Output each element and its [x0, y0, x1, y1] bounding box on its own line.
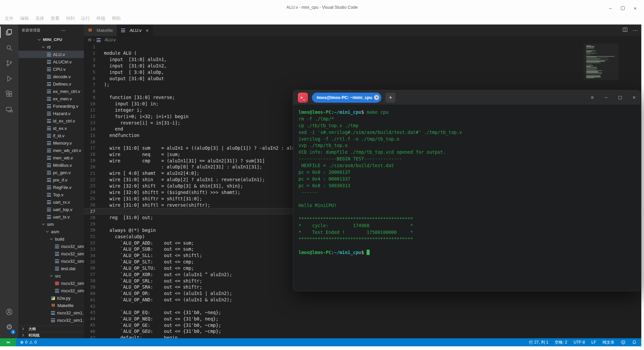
- tree-item-Memory.v[interactable]: Memory.v: [18, 139, 84, 147]
- menu-item-run[interactable]: 运行: [81, 15, 90, 21]
- tree-item-if_id.v[interactable]: if_id.v: [18, 132, 84, 139]
- code-line[interactable]: 45 `ALU_OP_GE: out <= {31'b0, ~cmp};: [84, 322, 641, 328]
- menu-item-go[interactable]: 转到: [66, 15, 75, 21]
- tree-item-ALU.v[interactable]: ALU.v: [18, 51, 84, 58]
- tree-item-id_ex_ctrl.v[interactable]: id_ex_ctrl.v: [18, 117, 84, 124]
- tree-item-Hazard.v[interactable]: Hazard.v: [18, 110, 84, 117]
- terminal-output[interactable]: lmos@lmos-PC:~/mini_cpu$ make cpurm -f .…: [293, 105, 640, 256]
- tab-makefile[interactable]: M Makefile: [84, 24, 117, 36]
- terminal-menu-icon[interactable]: ≡: [591, 95, 594, 101]
- code-line[interactable]: 47 default: begin: [84, 335, 641, 338]
- tree-item-ALUCtrl.v[interactable]: ALUCtrl.v: [18, 58, 84, 65]
- terminal-close-icon[interactable]: ×: [633, 95, 636, 101]
- search-icon[interactable]: [0, 40, 18, 55]
- tree-item-men_wb.v[interactable]: men_wb.v: [18, 154, 84, 161]
- tree-item-Top.v[interactable]: Top.v: [18, 191, 84, 198]
- section-timeline[interactable]: 时间线: [18, 332, 84, 338]
- minimap[interactable]: [584, 44, 619, 80]
- explorer-icon[interactable]: [0, 24, 18, 40]
- tab-close-icon[interactable]: ×: [146, 28, 149, 33]
- settings-gear-icon[interactable]: ⚙ 1: [0, 319, 18, 335]
- tree-item-riscv32_sim.o[interactable]: riscv32_sim.o: [18, 250, 84, 257]
- code-line[interactable]: 6 output [31:0] aluOut: [84, 75, 641, 82]
- extensions-icon[interactable]: [0, 86, 18, 102]
- tree-item-pc_gen.v[interactable]: pc_gen.v: [18, 169, 84, 176]
- notifications-bell-icon[interactable]: [632, 340, 637, 345]
- tree-item-RegFile.v[interactable]: RegFile.v: [18, 184, 84, 191]
- tree-item-riscv32_sim.verilog[interactable]: riscv32_sim.verilog: [18, 257, 84, 265]
- tree-folder-asm[interactable]: asm: [18, 228, 84, 235]
- breadcrumb-folder[interactable]: rtl: [88, 38, 91, 42]
- tree-item-riscv32_sim1.verilog[interactable]: riscv32_sim1.verilog: [18, 316, 84, 324]
- status-encoding[interactable]: UTF-8: [574, 340, 585, 345]
- status-language[interactable]: 纯文本: [602, 340, 614, 345]
- tree-item-riscv32_sim.dump[interactable]: riscv32_sim.dump: [18, 243, 84, 250]
- menu-item-selection[interactable]: 选择: [35, 15, 44, 21]
- tab-alu-v[interactable]: ALU.v ×: [117, 24, 153, 36]
- tree-item-Defines.v[interactable]: Defines.v: [18, 80, 84, 88]
- code-line[interactable]: 44 `ALU_OP_NEQ: out <= {31'b0, neq};: [84, 315, 641, 322]
- code-line[interactable]: 1: [84, 44, 641, 50]
- tree-item-Forwarding.v[interactable]: Forwarding.v: [18, 102, 84, 110]
- code-line[interactable]: 46 `ALU_OP_GEU: out <= {31'b0, ~cmp};: [84, 328, 641, 335]
- tree-item-Makefile[interactable]: MMakefile: [18, 302, 84, 309]
- tree-folder-MINI_CPU[interactable]: MINI_CPU: [18, 36, 84, 43]
- status-line-col[interactable]: 行 27, 列 1: [529, 340, 548, 345]
- tree-item-CPU.v[interactable]: CPU.v: [18, 65, 84, 73]
- code-line[interactable]: 43 `ALU_OP_EQ: out <= {31'b0, ~neq};: [84, 309, 641, 315]
- terminal-tab-close-icon[interactable]: ×: [374, 95, 379, 100]
- tree-folder-src[interactable]: src: [18, 272, 84, 280]
- menu-item-help[interactable]: 帮助: [112, 15, 120, 21]
- new-terminal-tab-button[interactable]: +: [385, 93, 395, 103]
- code-line[interactable]: 41 `ALU_OP_AND: out <= (aluIn1 & aluIn2)…: [84, 297, 641, 303]
- more-actions-icon[interactable]: ⋯: [61, 24, 66, 36]
- code-line[interactable]: 42: [84, 303, 641, 309]
- tree-item-decode.v[interactable]: decode.v: [18, 73, 84, 80]
- remote-indicator[interactable]: ><: [0, 338, 16, 346]
- menu-item-file[interactable]: 文件: [5, 15, 13, 21]
- problems-indicator[interactable]: ⊗ 0 ⚠ 0: [20, 340, 37, 345]
- editor-more-icon[interactable]: ⋯: [633, 27, 638, 34]
- terminal-maximize-icon[interactable]: [619, 96, 622, 99]
- status-eol[interactable]: LF: [591, 340, 596, 345]
- tree-item-ex_men_ctrl.v[interactable]: ex_men_ctrl.v: [18, 88, 84, 95]
- account-icon[interactable]: [0, 304, 18, 319]
- split-editor-icon[interactable]: [623, 27, 628, 34]
- menu-item-terminal[interactable]: 终端: [97, 15, 105, 21]
- tree-folder-rtl[interactable]: rtl: [18, 43, 84, 51]
- tree-item-id_ex.v[interactable]: id_ex.v: [18, 124, 84, 132]
- minimize-icon[interactable]: −: [609, 5, 612, 11]
- tree-item-riscv32_sim.asm[interactable]: riscv32_sim.asm: [18, 280, 84, 287]
- tree-item-uart_tx.v[interactable]: uart_tx.v: [18, 213, 84, 220]
- close-icon[interactable]: ×: [634, 5, 637, 11]
- tree-folder-build[interactable]: build: [18, 235, 84, 243]
- tree-item-uart_top.v[interactable]: uart_top.v: [18, 206, 84, 213]
- feedback-icon[interactable]: [621, 340, 626, 345]
- source-control-icon[interactable]: [0, 55, 18, 71]
- tree-item-men_wb_ctrl.v[interactable]: men_wb_ctrl.v: [18, 147, 84, 154]
- tree-item-test.dat[interactable]: test.dat: [18, 265, 84, 272]
- tree-item-MiniBus.v[interactable]: MiniBus.v: [18, 161, 84, 169]
- tree-item-riscv32_sim1.dump[interactable]: riscv32_sim1.dump: [18, 309, 84, 316]
- breadcrumb-file[interactable]: ALU.v: [105, 38, 116, 42]
- menu-item-view[interactable]: 查看: [51, 15, 59, 21]
- code-line[interactable]: 4 input [31:0] aluIn2,: [84, 63, 641, 69]
- terminal-tab[interactable]: lmos@lmos-PC: ~/mini_cpu ×: [312, 93, 381, 103]
- run-debug-icon[interactable]: [0, 71, 18, 86]
- menu-item-edit[interactable]: 编辑: [20, 15, 29, 21]
- tree-item-pre_if.v[interactable]: pre_if.v: [18, 176, 84, 184]
- code-line[interactable]: 7);: [84, 82, 641, 88]
- terminal-minimize-icon[interactable]: −: [604, 95, 607, 101]
- tree-item-b2w.py[interactable]: b2w.py: [18, 294, 84, 302]
- tree-item-uart_rx.v[interactable]: uart_rx.v: [18, 198, 84, 206]
- section-outline[interactable]: 大纲: [18, 326, 84, 332]
- code-line[interactable]: 3 input [31:0] aluIn1,: [84, 56, 641, 63]
- code-line[interactable]: 2module ALU (: [84, 50, 641, 56]
- code-line[interactable]: 5 input [ 3:0] aluOp,: [84, 69, 641, 75]
- remote-explorer-icon[interactable]: [0, 102, 18, 117]
- status-indentation[interactable]: 空格: 2: [555, 340, 567, 345]
- tree-folder-sim[interactable]: sim: [18, 220, 84, 228]
- tree-item-ex_men.v[interactable]: ex_men.v: [18, 95, 84, 102]
- tree-item-riscv32_sim.asm.bk[interactable]: riscv32_sim.asm.bk: [18, 287, 84, 294]
- maximize-icon[interactable]: [621, 6, 625, 10]
